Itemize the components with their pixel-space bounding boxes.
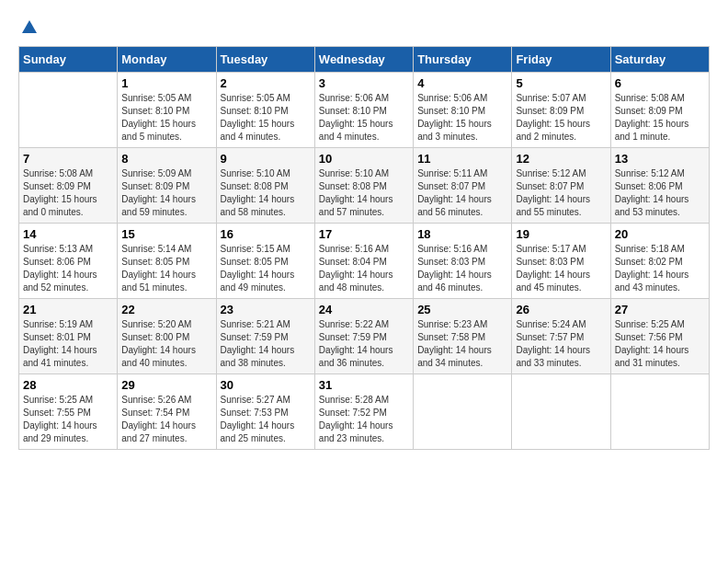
calendar-cell: 8Sunrise: 5:09 AMSunset: 8:09 PMDaylight…	[118, 148, 216, 224]
calendar-cell: 7Sunrise: 5:08 AMSunset: 8:09 PMDaylight…	[19, 148, 118, 224]
logo	[18, 18, 39, 37]
day-info: Sunrise: 5:18 AMSunset: 8:02 PMDaylight:…	[615, 243, 705, 294]
day-number: 3	[319, 76, 409, 90]
day-number: 20	[615, 227, 705, 241]
header-wednesday: Wednesday	[314, 47, 413, 73]
day-number: 19	[516, 227, 606, 241]
day-number: 10	[319, 152, 409, 166]
day-info: Sunrise: 5:07 AMSunset: 8:09 PMDaylight:…	[516, 92, 606, 144]
calendar-cell: 20Sunrise: 5:18 AMSunset: 8:02 PMDayligh…	[610, 224, 709, 299]
week-row-4: 21Sunrise: 5:19 AMSunset: 8:01 PMDayligh…	[19, 299, 710, 374]
calendar-cell: 31Sunrise: 5:28 AMSunset: 7:52 PMDayligh…	[314, 374, 413, 450]
day-info: Sunrise: 5:28 AMSunset: 7:52 PMDaylight:…	[319, 394, 409, 445]
day-number: 23	[221, 303, 311, 316]
day-info: Sunrise: 5:25 AMSunset: 7:55 PMDaylight:…	[23, 394, 113, 445]
day-info: Sunrise: 5:14 AMSunset: 8:05 PMDaylight:…	[121, 243, 211, 294]
calendar-cell: 1Sunrise: 5:05 AMSunset: 8:10 PMDaylight…	[118, 73, 216, 148]
day-info: Sunrise: 5:26 AMSunset: 7:54 PMDaylight:…	[121, 394, 211, 445]
day-info: Sunrise: 5:06 AMSunset: 8:10 PMDaylight:…	[417, 92, 507, 144]
svg-marker-0	[22, 20, 37, 33]
calendar-cell: 13Sunrise: 5:12 AMSunset: 8:06 PMDayligh…	[610, 148, 709, 224]
day-info: Sunrise: 5:12 AMSunset: 8:07 PMDaylight:…	[516, 167, 606, 219]
calendar-cell: 21Sunrise: 5:19 AMSunset: 8:01 PMDayligh…	[19, 299, 118, 374]
calendar-cell: 18Sunrise: 5:16 AMSunset: 8:03 PMDayligh…	[414, 224, 512, 299]
day-number: 22	[121, 303, 211, 316]
calendar-cell: 19Sunrise: 5:17 AMSunset: 8:03 PMDayligh…	[512, 224, 610, 299]
day-number: 11	[417, 152, 507, 166]
day-number: 30	[221, 378, 311, 392]
day-info: Sunrise: 5:27 AMSunset: 7:53 PMDaylight:…	[221, 394, 311, 445]
day-number: 6	[615, 76, 705, 90]
day-number: 14	[23, 227, 113, 241]
calendar-cell: 28Sunrise: 5:25 AMSunset: 7:55 PMDayligh…	[19, 374, 118, 450]
calendar-cell	[610, 374, 709, 450]
day-number: 2	[221, 76, 311, 90]
day-info: Sunrise: 5:16 AMSunset: 8:04 PMDaylight:…	[319, 243, 409, 294]
week-row-2: 7Sunrise: 5:08 AMSunset: 8:09 PMDaylight…	[19, 148, 710, 224]
day-number: 5	[516, 76, 606, 90]
day-info: Sunrise: 5:20 AMSunset: 8:00 PMDaylight:…	[121, 318, 211, 370]
day-number: 21	[23, 303, 113, 316]
calendar-cell: 5Sunrise: 5:07 AMSunset: 8:09 PMDaylight…	[512, 73, 610, 148]
week-row-3: 14Sunrise: 5:13 AMSunset: 8:06 PMDayligh…	[19, 224, 710, 299]
week-row-1: 1Sunrise: 5:05 AMSunset: 8:10 PMDaylight…	[19, 73, 710, 148]
day-info: Sunrise: 5:21 AMSunset: 7:59 PMDaylight:…	[221, 318, 311, 370]
calendar-cell: 25Sunrise: 5:23 AMSunset: 7:58 PMDayligh…	[414, 299, 512, 374]
header-sunday: Sunday	[19, 47, 118, 73]
calendar-cell	[19, 73, 118, 148]
day-info: Sunrise: 5:25 AMSunset: 7:56 PMDaylight:…	[615, 318, 705, 370]
header-tuesday: Tuesday	[216, 47, 314, 73]
header-monday: Monday	[118, 47, 216, 73]
day-info: Sunrise: 5:08 AMSunset: 8:09 PMDaylight:…	[615, 92, 705, 144]
calendar-cell: 30Sunrise: 5:27 AMSunset: 7:53 PMDayligh…	[216, 374, 314, 450]
day-info: Sunrise: 5:13 AMSunset: 8:06 PMDaylight:…	[23, 243, 113, 294]
calendar-cell: 11Sunrise: 5:11 AMSunset: 8:07 PMDayligh…	[414, 148, 512, 224]
calendar-cell: 23Sunrise: 5:21 AMSunset: 7:59 PMDayligh…	[216, 299, 314, 374]
page-header	[18, 18, 710, 37]
day-info: Sunrise: 5:10 AMSunset: 8:08 PMDaylight:…	[221, 167, 311, 219]
day-info: Sunrise: 5:11 AMSunset: 8:07 PMDaylight:…	[417, 167, 507, 219]
day-number: 16	[221, 227, 311, 241]
calendar-cell: 9Sunrise: 5:10 AMSunset: 8:08 PMDaylight…	[216, 148, 314, 224]
day-number: 13	[615, 152, 705, 166]
day-number: 12	[516, 152, 606, 166]
calendar-cell: 24Sunrise: 5:22 AMSunset: 7:59 PMDayligh…	[314, 299, 413, 374]
day-info: Sunrise: 5:24 AMSunset: 7:57 PMDaylight:…	[516, 318, 606, 370]
calendar-cell: 12Sunrise: 5:12 AMSunset: 8:07 PMDayligh…	[512, 148, 610, 224]
calendar-cell: 22Sunrise: 5:20 AMSunset: 8:00 PMDayligh…	[118, 299, 216, 374]
day-info: Sunrise: 5:06 AMSunset: 8:10 PMDaylight:…	[319, 92, 409, 144]
day-number: 26	[516, 303, 606, 316]
day-number: 29	[121, 378, 211, 392]
day-number: 31	[319, 378, 409, 392]
calendar-cell: 10Sunrise: 5:10 AMSunset: 8:08 PMDayligh…	[314, 148, 413, 224]
day-info: Sunrise: 5:08 AMSunset: 8:09 PMDaylight:…	[23, 167, 113, 219]
day-info: Sunrise: 5:15 AMSunset: 8:05 PMDaylight:…	[221, 243, 311, 294]
day-info: Sunrise: 5:09 AMSunset: 8:09 PMDaylight:…	[121, 167, 211, 219]
calendar-cell: 6Sunrise: 5:08 AMSunset: 8:09 PMDaylight…	[610, 73, 709, 148]
day-number: 15	[121, 227, 211, 241]
day-number: 27	[615, 303, 705, 316]
day-info: Sunrise: 5:05 AMSunset: 8:10 PMDaylight:…	[121, 92, 211, 144]
calendar-cell: 26Sunrise: 5:24 AMSunset: 7:57 PMDayligh…	[512, 299, 610, 374]
day-info: Sunrise: 5:12 AMSunset: 8:06 PMDaylight:…	[615, 167, 705, 219]
calendar-cell: 4Sunrise: 5:06 AMSunset: 8:10 PMDaylight…	[414, 73, 512, 148]
calendar-cell: 29Sunrise: 5:26 AMSunset: 7:54 PMDayligh…	[118, 374, 216, 450]
day-number: 7	[23, 152, 113, 166]
header-saturday: Saturday	[610, 47, 709, 73]
day-info: Sunrise: 5:16 AMSunset: 8:03 PMDaylight:…	[417, 243, 507, 294]
day-number: 25	[417, 303, 507, 316]
calendar-cell	[414, 374, 512, 450]
day-number: 4	[417, 76, 507, 90]
calendar-cell	[512, 374, 610, 450]
day-info: Sunrise: 5:10 AMSunset: 8:08 PMDaylight:…	[319, 167, 409, 219]
day-number: 1	[121, 76, 211, 90]
day-info: Sunrise: 5:22 AMSunset: 7:59 PMDaylight:…	[319, 318, 409, 370]
day-info: Sunrise: 5:17 AMSunset: 8:03 PMDaylight:…	[516, 243, 606, 294]
header-thursday: Thursday	[414, 47, 512, 73]
calendar-cell: 14Sunrise: 5:13 AMSunset: 8:06 PMDayligh…	[19, 224, 118, 299]
day-info: Sunrise: 5:05 AMSunset: 8:10 PMDaylight:…	[221, 92, 311, 144]
day-number: 18	[417, 227, 507, 241]
day-number: 9	[221, 152, 311, 166]
calendar-table: SundayMondayTuesdayWednesdayThursdayFrid…	[18, 46, 710, 450]
week-row-5: 28Sunrise: 5:25 AMSunset: 7:55 PMDayligh…	[19, 374, 710, 450]
